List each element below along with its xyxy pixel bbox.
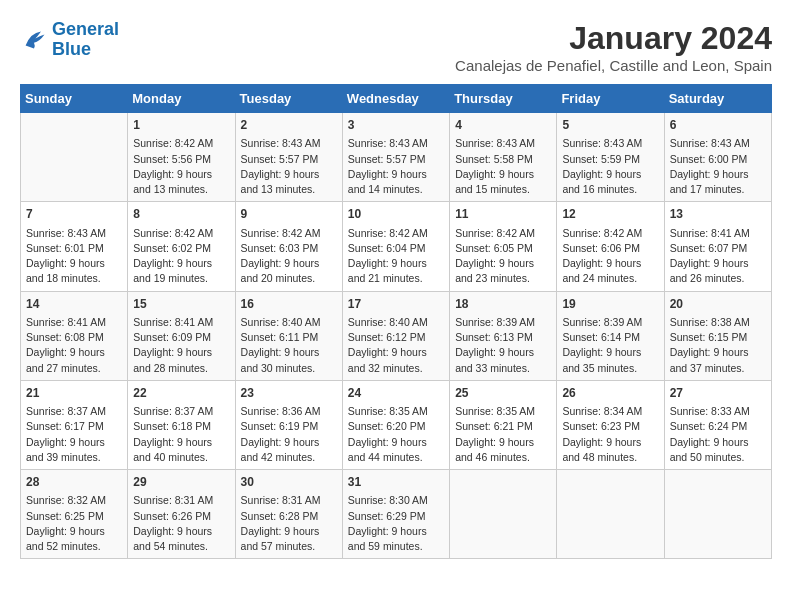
day-number: 7 [26, 206, 122, 223]
calendar-week-row: 7Sunrise: 8:43 AM Sunset: 6:01 PM Daylig… [21, 202, 772, 291]
header-day-tuesday: Tuesday [235, 85, 342, 113]
calendar-cell: 16Sunrise: 8:40 AM Sunset: 6:11 PM Dayli… [235, 291, 342, 380]
calendar-header-row: SundayMondayTuesdayWednesdayThursdayFrid… [21, 85, 772, 113]
day-info: Sunrise: 8:43 AM Sunset: 5:58 PM Dayligh… [455, 136, 551, 197]
day-info: Sunrise: 8:39 AM Sunset: 6:14 PM Dayligh… [562, 315, 658, 376]
calendar-cell: 20Sunrise: 8:38 AM Sunset: 6:15 PM Dayli… [664, 291, 771, 380]
day-info: Sunrise: 8:43 AM Sunset: 6:00 PM Dayligh… [670, 136, 766, 197]
calendar-cell: 29Sunrise: 8:31 AM Sunset: 6:26 PM Dayli… [128, 470, 235, 559]
day-info: Sunrise: 8:43 AM Sunset: 5:57 PM Dayligh… [348, 136, 444, 197]
calendar-cell: 10Sunrise: 8:42 AM Sunset: 6:04 PM Dayli… [342, 202, 449, 291]
day-number: 9 [241, 206, 337, 223]
logo-icon [20, 26, 48, 54]
day-number: 16 [241, 296, 337, 313]
calendar-cell: 19Sunrise: 8:39 AM Sunset: 6:14 PM Dayli… [557, 291, 664, 380]
calendar-cell: 30Sunrise: 8:31 AM Sunset: 6:28 PM Dayli… [235, 470, 342, 559]
day-number: 20 [670, 296, 766, 313]
calendar-cell: 26Sunrise: 8:34 AM Sunset: 6:23 PM Dayli… [557, 380, 664, 469]
day-info: Sunrise: 8:31 AM Sunset: 6:26 PM Dayligh… [133, 493, 229, 554]
day-number: 1 [133, 117, 229, 134]
logo: General Blue [20, 20, 119, 60]
day-info: Sunrise: 8:31 AM Sunset: 6:28 PM Dayligh… [241, 493, 337, 554]
day-number: 3 [348, 117, 444, 134]
header-day-wednesday: Wednesday [342, 85, 449, 113]
day-number: 18 [455, 296, 551, 313]
day-number: 15 [133, 296, 229, 313]
day-info: Sunrise: 8:41 AM Sunset: 6:08 PM Dayligh… [26, 315, 122, 376]
day-number: 8 [133, 206, 229, 223]
calendar-cell [450, 470, 557, 559]
day-number: 30 [241, 474, 337, 491]
calendar-week-row: 21Sunrise: 8:37 AM Sunset: 6:17 PM Dayli… [21, 380, 772, 469]
day-info: Sunrise: 8:40 AM Sunset: 6:12 PM Dayligh… [348, 315, 444, 376]
header-day-sunday: Sunday [21, 85, 128, 113]
header-day-monday: Monday [128, 85, 235, 113]
title-block: January 2024 Canalejas de Penafiel, Cast… [455, 20, 772, 74]
calendar-cell: 18Sunrise: 8:39 AM Sunset: 6:13 PM Dayli… [450, 291, 557, 380]
calendar-cell: 2Sunrise: 8:43 AM Sunset: 5:57 PM Daylig… [235, 113, 342, 202]
day-number: 12 [562, 206, 658, 223]
day-number: 27 [670, 385, 766, 402]
day-number: 21 [26, 385, 122, 402]
day-info: Sunrise: 8:33 AM Sunset: 6:24 PM Dayligh… [670, 404, 766, 465]
calendar-cell: 5Sunrise: 8:43 AM Sunset: 5:59 PM Daylig… [557, 113, 664, 202]
day-number: 17 [348, 296, 444, 313]
day-info: Sunrise: 8:34 AM Sunset: 6:23 PM Dayligh… [562, 404, 658, 465]
calendar-cell: 25Sunrise: 8:35 AM Sunset: 6:21 PM Dayli… [450, 380, 557, 469]
calendar-cell: 31Sunrise: 8:30 AM Sunset: 6:29 PM Dayli… [342, 470, 449, 559]
calendar-cell: 14Sunrise: 8:41 AM Sunset: 6:08 PM Dayli… [21, 291, 128, 380]
day-number: 19 [562, 296, 658, 313]
calendar-cell: 12Sunrise: 8:42 AM Sunset: 6:06 PM Dayli… [557, 202, 664, 291]
calendar-cell: 28Sunrise: 8:32 AM Sunset: 6:25 PM Dayli… [21, 470, 128, 559]
calendar-week-row: 14Sunrise: 8:41 AM Sunset: 6:08 PM Dayli… [21, 291, 772, 380]
month-title: January 2024 [455, 20, 772, 57]
day-number: 2 [241, 117, 337, 134]
day-number: 5 [562, 117, 658, 134]
day-info: Sunrise: 8:42 AM Sunset: 6:05 PM Dayligh… [455, 226, 551, 287]
day-number: 23 [241, 385, 337, 402]
day-number: 4 [455, 117, 551, 134]
calendar-cell: 23Sunrise: 8:36 AM Sunset: 6:19 PM Dayli… [235, 380, 342, 469]
day-info: Sunrise: 8:35 AM Sunset: 6:20 PM Dayligh… [348, 404, 444, 465]
calendar-cell: 8Sunrise: 8:42 AM Sunset: 6:02 PM Daylig… [128, 202, 235, 291]
day-info: Sunrise: 8:42 AM Sunset: 5:56 PM Dayligh… [133, 136, 229, 197]
day-number: 28 [26, 474, 122, 491]
calendar-cell: 9Sunrise: 8:42 AM Sunset: 6:03 PM Daylig… [235, 202, 342, 291]
day-info: Sunrise: 8:41 AM Sunset: 6:07 PM Dayligh… [670, 226, 766, 287]
day-number: 11 [455, 206, 551, 223]
day-number: 22 [133, 385, 229, 402]
calendar-cell: 6Sunrise: 8:43 AM Sunset: 6:00 PM Daylig… [664, 113, 771, 202]
calendar-cell: 7Sunrise: 8:43 AM Sunset: 6:01 PM Daylig… [21, 202, 128, 291]
day-number: 26 [562, 385, 658, 402]
day-info: Sunrise: 8:43 AM Sunset: 6:01 PM Dayligh… [26, 226, 122, 287]
calendar-cell [664, 470, 771, 559]
day-number: 31 [348, 474, 444, 491]
calendar-cell: 1Sunrise: 8:42 AM Sunset: 5:56 PM Daylig… [128, 113, 235, 202]
calendar-cell: 27Sunrise: 8:33 AM Sunset: 6:24 PM Dayli… [664, 380, 771, 469]
header-day-friday: Friday [557, 85, 664, 113]
calendar-cell: 11Sunrise: 8:42 AM Sunset: 6:05 PM Dayli… [450, 202, 557, 291]
day-info: Sunrise: 8:41 AM Sunset: 6:09 PM Dayligh… [133, 315, 229, 376]
calendar-cell [21, 113, 128, 202]
day-info: Sunrise: 8:43 AM Sunset: 5:59 PM Dayligh… [562, 136, 658, 197]
calendar-week-row: 1Sunrise: 8:42 AM Sunset: 5:56 PM Daylig… [21, 113, 772, 202]
calendar-cell: 21Sunrise: 8:37 AM Sunset: 6:17 PM Dayli… [21, 380, 128, 469]
day-info: Sunrise: 8:36 AM Sunset: 6:19 PM Dayligh… [241, 404, 337, 465]
day-info: Sunrise: 8:43 AM Sunset: 5:57 PM Dayligh… [241, 136, 337, 197]
day-number: 14 [26, 296, 122, 313]
calendar-cell: 3Sunrise: 8:43 AM Sunset: 5:57 PM Daylig… [342, 113, 449, 202]
day-number: 24 [348, 385, 444, 402]
calendar-cell: 24Sunrise: 8:35 AM Sunset: 6:20 PM Dayli… [342, 380, 449, 469]
header-day-saturday: Saturday [664, 85, 771, 113]
day-info: Sunrise: 8:42 AM Sunset: 6:02 PM Dayligh… [133, 226, 229, 287]
day-number: 10 [348, 206, 444, 223]
calendar-cell: 4Sunrise: 8:43 AM Sunset: 5:58 PM Daylig… [450, 113, 557, 202]
day-number: 6 [670, 117, 766, 134]
day-number: 25 [455, 385, 551, 402]
calendar-cell: 13Sunrise: 8:41 AM Sunset: 6:07 PM Dayli… [664, 202, 771, 291]
day-info: Sunrise: 8:30 AM Sunset: 6:29 PM Dayligh… [348, 493, 444, 554]
day-info: Sunrise: 8:35 AM Sunset: 6:21 PM Dayligh… [455, 404, 551, 465]
header-day-thursday: Thursday [450, 85, 557, 113]
day-info: Sunrise: 8:37 AM Sunset: 6:17 PM Dayligh… [26, 404, 122, 465]
day-info: Sunrise: 8:39 AM Sunset: 6:13 PM Dayligh… [455, 315, 551, 376]
